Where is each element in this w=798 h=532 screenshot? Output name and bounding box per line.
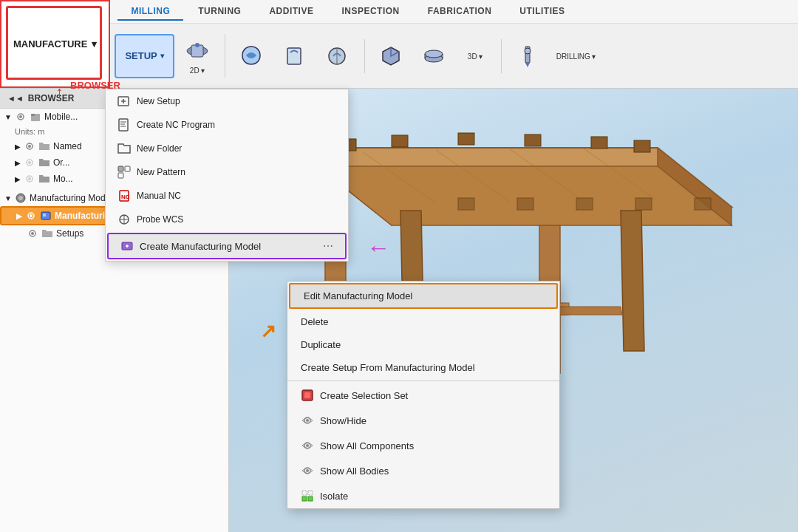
- svg-rect-82: [302, 497, 307, 501]
- menu-new-setup-label: New Setup: [137, 96, 180, 106]
- menu-manual-nc[interactable]: NC Manual NC: [106, 184, 348, 208]
- manufacture-button[interactable]: MANUFACTURE ▾: [0, 0, 110, 88]
- ctx-sel-set-label: Create Selection Set: [320, 390, 408, 401]
- svg-rect-64: [125, 166, 130, 171]
- ctx-delete[interactable]: Delete: [287, 310, 559, 333]
- setup-label: SETUP: [125, 50, 157, 61]
- 3d-btn-1[interactable]: [371, 39, 411, 73]
- menu-new-folder[interactable]: New Folder: [106, 137, 348, 160]
- top-bar: MANUFACTURE ▾ MILLING TURNING ADDITIVE I…: [0, 0, 798, 89]
- ctx-duplicate[interactable]: Duplicate: [287, 333, 559, 356]
- menu-more-icon: ⋯: [323, 240, 333, 252]
- ctx-isolate-label: Isolate: [320, 491, 348, 502]
- menu-create-mfg-model[interactable]: Create Manufacturing Model ⋯: [107, 233, 347, 259]
- isolate-icon: [301, 489, 314, 502]
- 3d-btn-2[interactable]: [414, 39, 454, 73]
- svg-point-77: [306, 419, 309, 422]
- svg-marker-34: [318, 166, 732, 225]
- tab-row: MILLING TURNING ADDITIVE INSPECTION FABR…: [110, 0, 798, 24]
- menu-create-nc-label: Create NC Program: [137, 120, 215, 130]
- svg-rect-85: [308, 491, 313, 495]
- mfg-models-icon: [15, 192, 27, 204]
- model-icon-root: [30, 111, 41, 123]
- svg-rect-75: [304, 392, 310, 398]
- ctx-show-hide[interactable]: Show/Hide: [287, 408, 559, 433]
- svg-rect-84: [302, 491, 307, 495]
- svg-marker-11: [525, 63, 530, 67]
- svg-point-2: [195, 43, 200, 47]
- browser-title: BROWSER: [28, 93, 75, 103]
- svg-point-18: [28, 145, 31, 148]
- folder-icon-named: [38, 140, 50, 152]
- toolbar-group-tools: [231, 39, 365, 73]
- menu-new-setup[interactable]: New Setup: [106, 89, 348, 113]
- browser-up-arrow: ↑: [55, 83, 64, 102]
- eye-icon-mo[interactable]: [24, 173, 35, 185]
- tab-inspection[interactable]: INSPECTION: [328, 3, 412, 21]
- browser-back-arrows[interactable]: ◄◄: [7, 94, 24, 103]
- ctx-show-all-bodies[interactable]: Show All Bodies: [287, 458, 559, 483]
- tab-turning[interactable]: TURNING: [185, 3, 254, 21]
- ctx-create-setup-label: Create Setup From Manufacturing Model: [301, 362, 475, 373]
- drilling-label-btn[interactable]: DRILLING ▾: [550, 48, 601, 64]
- tab-additive[interactable]: ADDITIVE: [256, 3, 327, 21]
- purple-arrow-annotation: ←: [366, 234, 390, 262]
- tool-btn-3[interactable]: [317, 39, 357, 73]
- svg-point-7: [425, 50, 443, 58]
- drilling-btn-1[interactable]: [508, 39, 548, 73]
- mfg-model-menu-icon: [120, 239, 134, 253]
- setups-label: Setups: [56, 228, 83, 239]
- menu-probe-wcs[interactable]: Probe WCS: [106, 208, 348, 231]
- folder-icon-menu: [117, 142, 131, 155]
- manufacture-label: MANUFACTURE: [13, 38, 87, 50]
- toolbar-group-2d: 2D ▾: [177, 34, 225, 78]
- menu-probe-wcs-label: Probe WCS: [137, 214, 183, 225]
- units-label: Units: m: [15, 127, 44, 136]
- menu-new-pattern[interactable]: New Pattern: [106, 160, 348, 184]
- svg-rect-65: [118, 173, 123, 178]
- ctx-create-sel-set[interactable]: Create Selection Set: [287, 383, 559, 408]
- eye-icon-or[interactable]: [24, 157, 35, 168]
- svg-point-30: [31, 232, 34, 235]
- svg-rect-50: [634, 140, 650, 152]
- eye-icon-ctx-1: [301, 414, 314, 427]
- selection-set-icon: [301, 389, 314, 402]
- svg-rect-49: [591, 137, 607, 149]
- ctx-show-all-comp-label: Show All Components: [320, 440, 414, 451]
- tab-milling[interactable]: MILLING: [117, 3, 183, 21]
- ctx-show-all-comp[interactable]: Show All Components: [287, 433, 559, 458]
- eye-icon-root[interactable]: [15, 111, 27, 123]
- eye-icon-ctx-2: [301, 439, 314, 452]
- ctx-edit-mfg-model[interactable]: Edit Manufacturing Model: [289, 283, 558, 309]
- context-divider-1: [287, 381, 559, 381]
- tab-fabrication[interactable]: FABRICATION: [415, 3, 505, 21]
- ctx-duplicate-label: Duplicate: [301, 339, 341, 350]
- tool-btn-1[interactable]: [231, 39, 271, 73]
- svg-rect-59: [119, 119, 128, 131]
- 2d-button[interactable]: 2D ▾: [177, 34, 217, 78]
- setup-dropdown-button[interactable]: SETUP ▾: [115, 34, 174, 78]
- tab-utilities[interactable]: UTILITIES: [506, 3, 578, 21]
- eye-icon-mm1[interactable]: [25, 210, 37, 222]
- named-expand: ▶: [15, 143, 21, 151]
- setup-dropdown-menu: New Setup Create NC Program New Folder N…: [105, 89, 349, 262]
- svg-text:NC: NC: [121, 194, 130, 200]
- tool-btn-2[interactable]: [274, 39, 314, 73]
- context-menu: Edit Manufacturing Model Delete Duplicat…: [287, 281, 560, 509]
- menu-create-nc[interactable]: Create NC Program: [106, 113, 348, 137]
- menu-new-pattern-label: New Pattern: [137, 167, 185, 177]
- or-expand: ▶: [15, 159, 21, 167]
- 3d-label-btn[interactable]: 3D ▾: [457, 48, 494, 64]
- folder-icon-setups: [41, 228, 53, 239]
- svg-rect-55: [695, 198, 711, 210]
- svg-rect-83: [308, 497, 313, 501]
- svg-rect-48: [525, 134, 541, 146]
- menu-new-folder-label: New Folder: [137, 143, 182, 154]
- eye-icon-setups[interactable]: [27, 228, 38, 239]
- ctx-isolate[interactable]: Isolate: [287, 483, 559, 508]
- svg-marker-38: [621, 211, 644, 351]
- ctx-create-setup[interactable]: Create Setup From Manufacturing Model: [287, 356, 559, 379]
- pattern-icon: [117, 166, 131, 179]
- eye-icon-named[interactable]: [24, 140, 35, 152]
- svg-rect-46: [392, 135, 408, 147]
